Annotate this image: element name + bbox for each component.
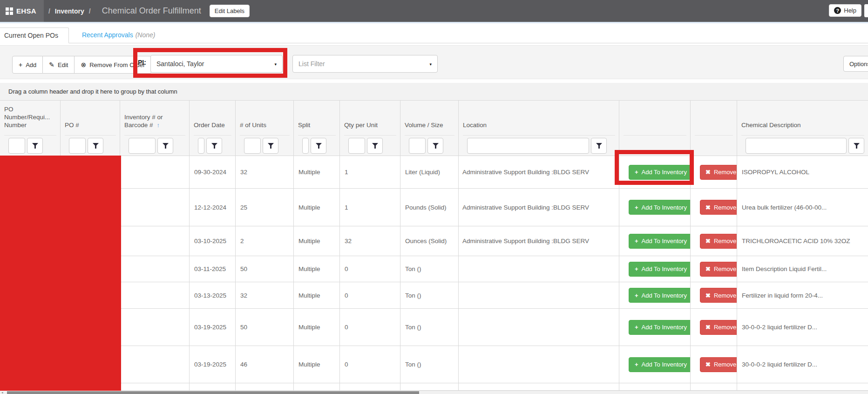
add-to-inventory-button[interactable]: + Add To Inventory [629, 234, 691, 249]
sort-ascending-icon: ↑ [157, 122, 160, 129]
redaction-overlay [0, 156, 121, 391]
filter-input-chemical-description[interactable] [746, 138, 847, 154]
funnel-icon [163, 143, 169, 149]
edit-labels-button[interactable]: Edit Labels [210, 5, 250, 17]
help-label: Help [844, 7, 856, 14]
remove-button[interactable]: ✖ Remove [700, 320, 737, 335]
cell-order-date: 03-11-2025 [190, 256, 236, 282]
tab-current-open-pos[interactable]: Current Open POs [0, 27, 69, 43]
table-row: 03-10-2025 2 Multiple 32 Ounces (Solid) … [0, 226, 868, 256]
app-brand[interactable]: EHSA [0, 0, 44, 22]
orders-grid: PO Number/Requi... Number PO # Inventory… [0, 100, 868, 390]
cell-order-date: 03-19-2025 [190, 309, 236, 346]
add-to-inventory-button[interactable]: + Add To Inventory [629, 200, 691, 215]
add-to-inventory-button[interactable]: + Add To Inventory [629, 262, 691, 277]
filter-funnel-button[interactable] [427, 138, 443, 154]
horizontal-scrollbar-thumb[interactable] [7, 391, 419, 394]
filter-input-units[interactable] [244, 138, 261, 154]
list-filter-select[interactable]: List Filter ▾ [292, 55, 438, 73]
add-to-inventory-button[interactable]: + Add To Inventory [629, 320, 691, 335]
clipped-edge-button[interactable] [864, 4, 868, 17]
scroll-left-arrow-icon[interactable]: ◂ [1, 391, 3, 394]
filter-funnel-button[interactable] [848, 138, 864, 154]
remove-button[interactable]: ✖ Remove [700, 165, 737, 180]
column-header-po-number[interactable]: PO Number/Requi... Number [0, 101, 61, 156]
horizontal-scrollbar[interactable]: ◂ [0, 390, 868, 394]
x-icon: ✖ [705, 265, 711, 272]
cell-location [459, 346, 619, 383]
group-hint-text: Drag a column header and drop it here to… [8, 88, 177, 95]
cell-volume-size: Liter (Liquid) [400, 156, 459, 188]
column-header-inventory-barcode[interactable]: Inventory # or Barcode #↑ [120, 101, 190, 156]
filter-input-inventory[interactable] [129, 138, 156, 154]
filter-input-location[interactable] [467, 138, 589, 154]
filter-funnel-button[interactable] [591, 138, 607, 154]
cell-qty-per-unit: 32 [340, 226, 400, 256]
filter-input-split[interactable] [302, 138, 309, 154]
filter-funnel-button[interactable] [88, 138, 103, 154]
cell-inventory-barcode [120, 309, 190, 346]
cell-units: 2 [236, 226, 294, 256]
cell-chemical-description: Item Description Liquid Fertil... [737, 256, 868, 282]
cell-qty-per-unit: 1 [340, 156, 400, 188]
cell-qty-per-unit: 0 [340, 346, 400, 383]
add-to-inventory-button[interactable]: + Add To Inventory [629, 357, 691, 372]
cell-qty-per-unit: 0 [340, 309, 400, 346]
edit-button[interactable]: ✎ Edit [43, 56, 75, 74]
funnel-icon [372, 143, 378, 149]
filter-input-po[interactable] [69, 138, 86, 154]
filter-funnel-button[interactable] [367, 138, 383, 154]
plus-icon: + [635, 361, 638, 368]
remove-button[interactable]: ✖ Remove [700, 288, 737, 303]
grid-header-row: PO Number/Requi... Number PO # Inventory… [0, 100, 868, 156]
column-header-units[interactable]: # of Units [236, 101, 294, 156]
column-header-order-date[interactable]: Order Date [190, 101, 236, 156]
remove-button[interactable]: ✖ Remove [700, 200, 737, 215]
table-row: 03-19-2025 46 Multiple 0 Ton () + Add To… [0, 346, 868, 383]
x-icon: ✖ [705, 292, 711, 299]
filter-funnel-button[interactable] [27, 138, 43, 154]
filter-input-order-date[interactable] [198, 138, 204, 154]
filter-funnel-button[interactable] [157, 138, 173, 154]
column-header-volume-size[interactable]: Volume / Size [400, 101, 459, 156]
column-header-location[interactable]: Location [459, 101, 619, 156]
breadcrumb-separator: / [89, 7, 91, 15]
column-header-qty-per-unit[interactable]: Qty per Unit [340, 101, 400, 156]
filter-input-qty[interactable] [348, 138, 365, 154]
plus-icon: + [635, 238, 638, 245]
filter-input-volume[interactable] [409, 138, 426, 154]
tab-recent-approvals[interactable]: Recent Approvals (None) [82, 27, 156, 43]
filter-funnel-button[interactable] [263, 138, 278, 154]
cell-split: Multiple [294, 346, 340, 383]
remove-button[interactable]: ✖ Remove [700, 234, 737, 249]
filter-input-po-number[interactable] [8, 138, 25, 154]
help-button[interactable]: ? Help [829, 4, 861, 17]
cell-order-date: 03-19-2025 [190, 346, 236, 383]
table-row: 03-19-2025 50 Multiple 0 Ton () + Add To… [0, 308, 868, 346]
options-button[interactable]: Options ▾ [843, 56, 868, 72]
table-row: 09-30-2024 32 Multiple 1 Liter (Liquid) … [0, 156, 868, 188]
column-header-po[interactable]: PO # [61, 101, 120, 156]
filter-funnel-button[interactable] [311, 138, 326, 154]
remove-button[interactable]: ✖ Remove [700, 357, 737, 372]
plus-icon: + [635, 324, 638, 331]
remove-button[interactable]: ✖ Remove [700, 262, 737, 277]
x-icon: ✖ [705, 169, 711, 176]
add-to-inventory-button[interactable]: + Add To Inventory [629, 288, 691, 303]
chevron-down-icon: ▾ [429, 62, 432, 67]
cell-units: 50 [236, 256, 294, 282]
column-header-chemical-description[interactable]: Chemical Description [737, 101, 868, 156]
filter-funnel-button[interactable] [206, 138, 222, 154]
add-button[interactable]: + Add [12, 56, 43, 74]
plus-icon: + [635, 292, 638, 299]
list-filter-placeholder: List Filter [298, 60, 325, 68]
breadcrumb-inventory[interactable]: Inventory [55, 7, 84, 15]
table-row: 03-11-2025 50 Multiple 0 Ton () + Add To… [0, 256, 868, 282]
cell-qty-per-unit: 0 [340, 256, 400, 282]
group-drop-zone[interactable]: Drag a column header and drop it here to… [0, 83, 868, 100]
top-bar: EHSA / Inventory / Chemical Order Fulfil… [0, 0, 868, 22]
help-icon: ? [834, 7, 841, 14]
cell-order-date: 03-10-2025 [190, 226, 236, 256]
cell-inventory-barcode [120, 226, 190, 256]
column-header-split[interactable]: Split [294, 101, 340, 156]
